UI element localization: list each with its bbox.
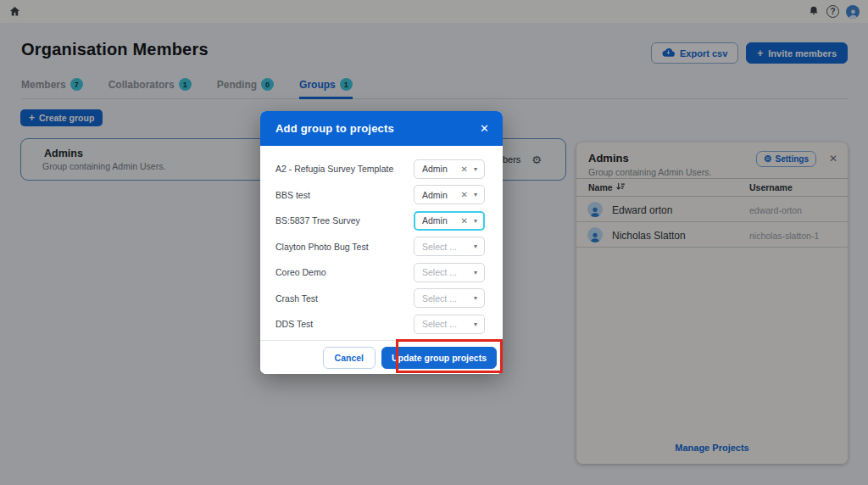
role-select-focused[interactable]: Admin ✕ ▾ [414, 211, 485, 231]
modal-title: Add group to projects [275, 122, 394, 135]
project-name: A2 - Refugia Survey Template [275, 164, 393, 174]
role-select[interactable]: Admin ✕ ▾ [414, 159, 485, 179]
add-group-to-projects-modal: Add group to projects ✕ A2 - Refugia Sur… [260, 111, 503, 374]
modal-body: A2 - Refugia Survey Template Admin ✕ ▾ B… [260, 146, 503, 340]
project-name: Coreo Demo [275, 267, 326, 277]
role-select[interactable]: Select ... ▾ [414, 263, 485, 282]
close-icon[interactable]: ✕ [480, 122, 489, 135]
project-row: BS:5837 Tree Survey Admin ✕ ▾ [260, 208, 503, 234]
modal-header: Add group to projects ✕ [260, 111, 503, 146]
role-select[interactable]: Select ... ▾ [414, 315, 485, 334]
role-select[interactable]: Admin ✕ ▾ [414, 185, 485, 204]
role-select-value: Admin [422, 215, 448, 226]
role-select-value: Admin [422, 164, 448, 174]
role-select[interactable]: Select ... ▾ [414, 237, 485, 256]
project-row: A2 - Refugia Survey Template Admin ✕ ▾ [260, 156, 503, 182]
project-row: Crash Test Select ... ▾ [260, 286, 503, 312]
role-select-placeholder: Select ... [422, 242, 457, 252]
caret-down-icon: ▾ [474, 321, 477, 328]
role-select[interactable]: Select ... ▾ [414, 288, 485, 308]
clear-icon[interactable]: ✕ [461, 190, 468, 199]
caret-down-icon: ▾ [474, 191, 477, 198]
project-name: BBS test [275, 190, 310, 200]
caret-down-icon: ▾ [474, 217, 477, 225]
caret-down-icon: ▾ [474, 165, 477, 173]
clear-icon[interactable]: ✕ [461, 216, 468, 226]
caret-down-icon: ▾ [474, 269, 477, 276]
project-name: BS:5837 Tree Survey [275, 215, 360, 226]
cancel-button[interactable]: Cancel [323, 347, 376, 369]
modal-footer: Cancel Update group projects [260, 340, 503, 374]
project-row: Clayton Photo Bug Test Select ... ▾ [260, 234, 503, 260]
project-name: Clayton Photo Bug Test [275, 242, 369, 252]
role-select-value: Admin [422, 190, 448, 200]
project-name: Crash Test [275, 293, 318, 304]
update-group-projects-button[interactable]: Update group projects [381, 347, 497, 369]
project-row: Coreo Demo Select ... ▾ [260, 259, 503, 286]
project-name: DDS Test [275, 319, 313, 329]
role-select-placeholder: Select ... [422, 267, 457, 277]
role-select-placeholder: Select ... [422, 319, 457, 329]
clear-icon[interactable]: ✕ [461, 164, 468, 174]
project-row: BBS test Admin ✕ ▾ [260, 182, 503, 209]
caret-down-icon: ▾ [474, 242, 477, 250]
role-select-placeholder: Select ... [422, 293, 457, 304]
project-row: DDS Test Select ... ▾ [260, 311, 503, 337]
caret-down-icon: ▾ [474, 294, 477, 302]
app-screen: ? Organisation Members Export csv + Invi… [0, 0, 868, 485]
